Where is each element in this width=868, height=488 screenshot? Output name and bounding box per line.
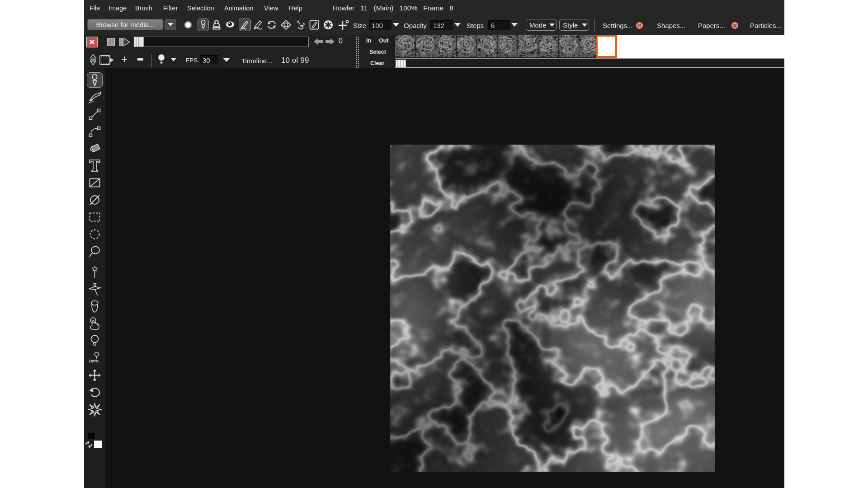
svg-text:100%: 100% xyxy=(89,359,99,363)
